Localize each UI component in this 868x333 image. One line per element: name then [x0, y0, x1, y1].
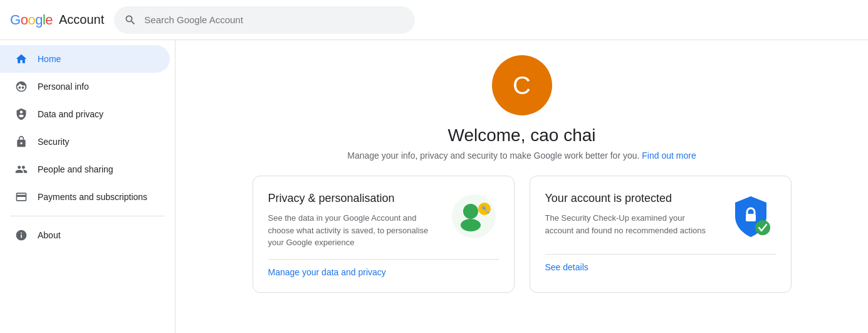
security-card: Your account is protected The Security C… [530, 176, 792, 293]
search-bar[interactable] [114, 6, 415, 34]
security-card-desc: The Security Check-Up examined your acco… [545, 212, 716, 236]
search-icon [124, 14, 137, 26]
cards-row: Privacy & personalisation See the data i… [253, 176, 792, 293]
sidebar-label-data-privacy: Data and privacy [38, 109, 103, 119]
sidebar-label-home: Home [38, 54, 61, 64]
search-input[interactable] [144, 14, 405, 25]
google-logo: Google [10, 12, 53, 28]
logo-area: Google Account [10, 12, 104, 28]
privacy-card-desc: See the data in your Google Account and … [268, 212, 439, 249]
sidebar-item-payments[interactable]: Payments and subscriptions [0, 183, 170, 211]
security-card-link[interactable]: See details [545, 254, 776, 272]
sidebar-label-about: About [38, 230, 61, 240]
avatar: C [492, 55, 552, 115]
layout: Home Personal info Data and privacy [0, 40, 868, 333]
data-icon [15, 108, 28, 120]
sidebar-item-security[interactable]: Security [0, 128, 170, 156]
sidebar-item-data-privacy[interactable]: Data and privacy [0, 100, 170, 128]
sidebar-item-home[interactable]: Home [0, 45, 170, 73]
sidebar-item-people-sharing[interactable]: People and sharing [0, 156, 170, 183]
svg-rect-5 [746, 214, 756, 221]
people-icon [15, 163, 28, 176]
header: Google Account [0, 0, 868, 40]
welcome-subtitle: Manage your info, privacy and security t… [347, 151, 696, 161]
sidebar: Home Personal info Data and privacy [0, 40, 175, 333]
main-content: C Welcome, cao chai Manage your info, pr… [175, 40, 868, 333]
privacy-card: Privacy & personalisation See the data i… [253, 176, 515, 293]
sidebar-label-personal-info: Personal info [38, 82, 89, 92]
svg-point-6 [755, 220, 770, 235]
sidebar-divider [10, 216, 165, 216]
sidebar-label-people-sharing: People and sharing [38, 164, 113, 174]
welcome-title: Welcome, cao chai [447, 125, 595, 145]
privacy-card-content: Privacy & personalisation See the data i… [268, 191, 439, 249]
payments-icon [15, 191, 28, 203]
privacy-card-link[interactable]: Manage your data and privacy [268, 259, 499, 277]
person-icon [15, 80, 28, 93]
security-illustration [726, 191, 776, 244]
privacy-illustration: 🔧 [449, 191, 499, 244]
privacy-card-title: Privacy & personalisation [268, 191, 439, 206]
account-title: Account [59, 13, 104, 27]
sidebar-item-about[interactable]: About [0, 221, 170, 249]
svg-text:🔧: 🔧 [481, 204, 490, 214]
home-icon [15, 53, 28, 65]
svg-point-2 [461, 219, 481, 231]
security-card-title: Your account is protected [545, 191, 716, 206]
sidebar-label-security: Security [38, 137, 70, 147]
info-icon [15, 229, 28, 241]
sidebar-item-personal-info[interactable]: Personal info [0, 73, 170, 100]
security-card-content: Your account is protected The Security C… [545, 191, 716, 236]
find-out-more-link[interactable]: Find out more [642, 151, 696, 161]
svg-point-1 [463, 204, 478, 219]
sidebar-label-payments: Payments and subscriptions [38, 192, 147, 202]
security-icon [15, 135, 28, 148]
